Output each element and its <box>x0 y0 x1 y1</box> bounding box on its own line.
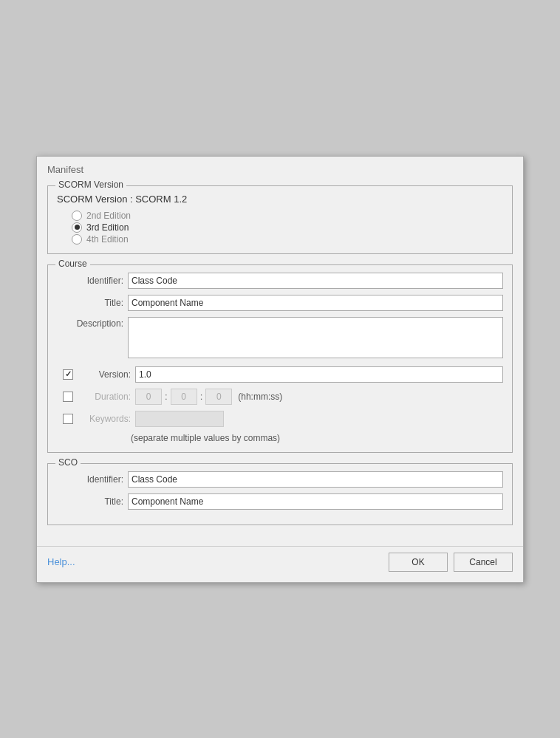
duration-sep-2: : <box>200 391 203 402</box>
version-input[interactable] <box>135 366 503 383</box>
duration-label: Duration: <box>79 392 131 402</box>
keywords-checkbox[interactable] <box>63 414 73 424</box>
version-row: Version: <box>57 366 503 383</box>
sco-section: SCO Identifier: Title: <box>47 463 513 525</box>
duration-hours-input <box>135 389 162 405</box>
course-section: Course Identifier: Title: Description: <box>47 264 513 453</box>
description-row: Description: <box>57 317 503 361</box>
manifest-dialog: Manifest SCORM Version SCORM Version : S… <box>36 156 524 583</box>
edition-2nd-label: 2nd Edition <box>86 211 131 221</box>
keywords-input <box>135 411 224 427</box>
identifier-row: Identifier: <box>57 273 503 289</box>
description-label: Description: <box>57 317 123 329</box>
duration-hint: (hh:mm:ss) <box>238 392 282 402</box>
cancel-button[interactable]: Cancel <box>454 553 513 572</box>
sco-identifier-row: Identifier: <box>57 471 503 488</box>
version-label: Version: <box>79 369 131 380</box>
duration-checkbox[interactable] <box>63 392 73 402</box>
duration-seconds-input <box>205 389 232 405</box>
edition-2nd-radio[interactable]: 2nd Edition <box>72 211 503 221</box>
keywords-hint: (separate multiple values by commas) <box>57 433 503 443</box>
duration-group: : : (hh:mm:ss) <box>135 389 282 405</box>
version-checkbox[interactable] <box>63 369 73 380</box>
duration-sep-1: : <box>165 391 168 402</box>
scorm-version-section-label: SCORM Version <box>55 180 126 190</box>
edition-4th-radio[interactable]: 4th Edition <box>72 234 503 245</box>
dialog-title: Manifest <box>37 157 523 180</box>
keywords-label: Keywords: <box>79 414 131 424</box>
duration-checkbox-area <box>57 392 79 402</box>
version-checkbox-area <box>57 369 79 380</box>
duration-minutes-input <box>171 389 197 405</box>
dialog-footer: Help... OK Cancel <box>37 546 523 582</box>
radio-dot-3rd <box>75 225 80 230</box>
sco-identifier-label: Identifier: <box>57 474 123 485</box>
sco-title-row: Title: <box>57 493 503 510</box>
course-section-label: Course <box>55 259 90 269</box>
edition-4th-label: 4th Edition <box>86 234 129 245</box>
ok-button[interactable]: OK <box>389 553 448 572</box>
help-link[interactable]: Help... <box>47 556 75 567</box>
dialog-body: SCORM Version SCORM Version : SCORM 1.2 … <box>37 180 523 546</box>
sco-title-label: Title: <box>57 496 123 507</box>
keywords-checkbox-area <box>57 414 79 424</box>
radio-circle-4th <box>72 234 82 245</box>
scorm-version-text: SCORM Version : SCORM 1.2 <box>57 194 503 205</box>
sco-section-label: SCO <box>55 457 81 468</box>
description-wrapper <box>128 317 503 361</box>
keywords-row: Keywords: <box>57 411 503 427</box>
edition-radio-group: 2nd Edition 3rd Edition 4th Edition <box>57 211 503 245</box>
duration-row: Duration: : : (hh:mm:ss) <box>57 389 503 405</box>
title-label: Title: <box>57 298 123 308</box>
edition-3rd-label: 3rd Edition <box>86 222 129 233</box>
radio-circle-2nd <box>72 211 82 221</box>
edition-3rd-radio[interactable]: 3rd Edition <box>72 222 503 233</box>
identifier-label: Identifier: <box>57 276 123 286</box>
scorm-version-section: SCORM Version SCORM Version : SCORM 1.2 … <box>47 185 513 254</box>
radio-circle-3rd <box>72 222 82 233</box>
sco-title-input[interactable] <box>128 493 503 510</box>
description-textarea[interactable] <box>128 317 503 358</box>
identifier-input[interactable] <box>128 273 503 289</box>
title-row: Title: <box>57 295 503 311</box>
sco-identifier-input[interactable] <box>128 471 503 488</box>
title-input[interactable] <box>128 295 503 311</box>
